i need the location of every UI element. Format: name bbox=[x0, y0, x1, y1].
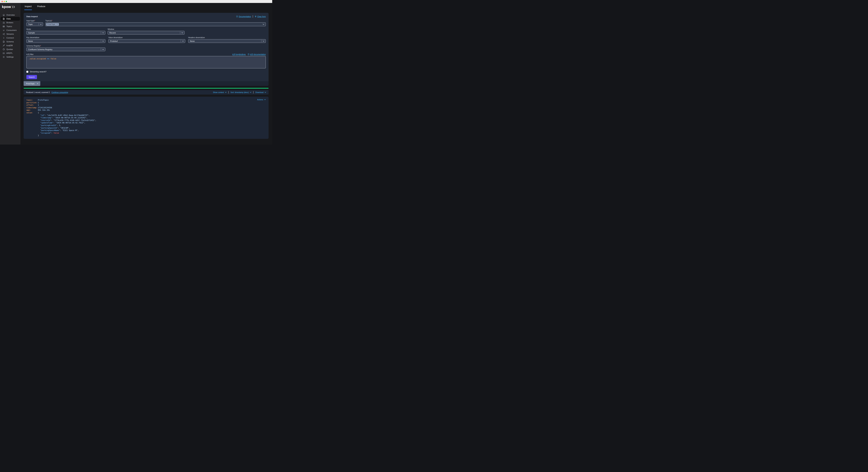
chevrons-down-icon bbox=[3, 29, 5, 31]
sidebar-item-data[interactable]: Data bbox=[1, 17, 20, 21]
document-icon bbox=[236, 15, 238, 18]
sidebar-item-brokers[interactable]: Brokers bbox=[1, 21, 20, 25]
streaming-search-label: Streaming search? bbox=[30, 71, 46, 73]
sidebar-item-krepl[interactable]: kREPL bbox=[1, 51, 20, 55]
continue-consuming-link[interactable]: Continue consuming bbox=[52, 91, 68, 93]
sidebar-nav: Overview Data Brokers Topics Consumers S… bbox=[0, 13, 21, 59]
search-progress-bar bbox=[24, 88, 269, 89]
kjq-filter-editor[interactable]: .value.occupied == false bbox=[26, 56, 266, 68]
sidebar-item-streams[interactable]: Streams bbox=[1, 32, 20, 36]
remove-chip-icon[interactable]: ✕ bbox=[37, 83, 38, 85]
chevron-down-icon bbox=[262, 41, 265, 42]
zoom-window-icon[interactable] bbox=[6, 1, 7, 2]
kpow-logo: kpow bbox=[0, 5, 21, 9]
value-deserializer-select[interactable]: Protobuf bbox=[108, 39, 185, 43]
kjq-filter-label: kJQ filter bbox=[26, 53, 33, 55]
topic-tag: ProtoTopic✕ bbox=[46, 23, 59, 26]
hard-drive-icon bbox=[3, 22, 5, 24]
kjq-code-line: .value.occupied == false bbox=[29, 58, 264, 60]
window-label: Window bbox=[107, 28, 185, 30]
gear-icon bbox=[3, 56, 5, 58]
record-card: Actions topic:ProtoTopicpartition:1offse… bbox=[24, 97, 269, 139]
sidebar-item-ksqldb[interactable]: ksqlDB bbox=[1, 43, 20, 48]
kjq-keybindings-link[interactable]: kJQ keybindings bbox=[232, 53, 246, 55]
sidebar-item-label: Data bbox=[6, 18, 10, 20]
mode-select[interactable]: Sample bbox=[26, 31, 105, 34]
file-text-icon bbox=[3, 41, 5, 43]
search-button[interactable]: Search bbox=[26, 75, 37, 79]
main-content: Inspect Produce Data inspect Documentati… bbox=[21, 3, 272, 145]
share-network-icon bbox=[3, 33, 5, 35]
tab-bar: Inspect Produce bbox=[24, 5, 272, 10]
sidebar-item-topics[interactable]: Topics bbox=[1, 25, 20, 28]
headers-deserializer-label: Headers deserializer bbox=[188, 36, 266, 38]
sidebar-item-label: Quotas bbox=[6, 48, 13, 50]
sidebar-item-connect[interactable]: Connect bbox=[1, 36, 20, 40]
remove-topic-icon[interactable]: ✕ bbox=[56, 24, 58, 25]
chevron-down-icon bbox=[40, 24, 42, 25]
chevron-down-icon bbox=[182, 41, 184, 42]
sidebar-item-label: Schema bbox=[6, 41, 14, 43]
kpow-logo-text: kpow bbox=[2, 5, 11, 9]
sidebar-item-label: Settings bbox=[6, 56, 14, 58]
document-icon bbox=[248, 53, 249, 55]
data-inspect-form: Data inspect Documentation Clear form bbox=[24, 13, 269, 81]
input-type-select[interactable]: Topic bbox=[26, 22, 43, 26]
sidebar-item-overview[interactable]: Overview bbox=[1, 13, 20, 17]
record-code: topic:ProtoTopicpartition:1offset:1times… bbox=[26, 99, 266, 137]
chevron-down-icon bbox=[262, 24, 265, 25]
close-window-icon[interactable] bbox=[2, 1, 3, 2]
results-status-bar: Realized 1 record, scanned 2. Continue c… bbox=[24, 90, 269, 95]
clear-form-link[interactable]: Clear form bbox=[255, 15, 266, 18]
sidebar-item-label: Brokers bbox=[6, 22, 13, 24]
sidebar-item-consumers[interactable]: Consumers bbox=[1, 28, 20, 32]
chevron-down-icon bbox=[102, 41, 104, 42]
sidebar-item-quotas[interactable]: Quotas bbox=[1, 48, 20, 51]
terminal-icon bbox=[3, 52, 5, 54]
show-context-dropdown[interactable]: Show context bbox=[213, 91, 226, 93]
chevron-down-icon bbox=[265, 92, 266, 93]
rocket-icon bbox=[3, 44, 5, 47]
schema-registry-select[interactable]: Confluent Schema Registry bbox=[26, 48, 105, 51]
sidebar: kpow Overview Data Brokers Topics C bbox=[0, 3, 21, 145]
sidebar-item-label: kREPL bbox=[6, 52, 13, 54]
chevron-down-icon bbox=[264, 99, 266, 100]
key-deserializer-select[interactable]: None bbox=[26, 39, 105, 43]
trash-icon bbox=[255, 15, 256, 18]
file-search-icon bbox=[3, 18, 5, 20]
kjq-documentation-link[interactable]: kJQ documentation bbox=[248, 53, 266, 55]
chevrons-up-down-icon bbox=[3, 37, 5, 39]
topics-label: Topic(s)* bbox=[45, 20, 266, 22]
chevron-down-icon bbox=[102, 49, 104, 50]
header-links-divider bbox=[253, 15, 253, 18]
download-dropdown[interactable]: Download bbox=[255, 91, 266, 93]
minimize-window-icon[interactable] bbox=[4, 1, 5, 2]
selected-topics-row: ProtoTopic ✕ bbox=[24, 81, 269, 86]
status-divider bbox=[228, 91, 229, 94]
window-select[interactable]: Recent bbox=[107, 31, 185, 34]
sidebar-item-label: Overview bbox=[6, 14, 15, 16]
sidebar-item-settings[interactable]: Settings bbox=[1, 55, 20, 59]
sidebar-item-label: Topics bbox=[6, 25, 12, 27]
value-deserializer-label: Value deserializer bbox=[108, 36, 185, 38]
chevron-down-icon bbox=[225, 92, 226, 93]
topics-multiselect[interactable]: ProtoTopic✕ bbox=[45, 22, 266, 26]
window-titlebar bbox=[0, 0, 272, 3]
home-icon bbox=[3, 14, 5, 16]
headers-deserializer-select[interactable]: None bbox=[188, 39, 266, 43]
record-actions-dropdown[interactable]: Actions bbox=[257, 99, 266, 101]
streaming-search-checkbox[interactable] bbox=[26, 71, 28, 73]
documentation-link[interactable]: Documentation bbox=[236, 15, 251, 18]
sidebar-item-label: ksqlDB bbox=[6, 44, 13, 46]
tab-produce[interactable]: Produce bbox=[37, 5, 45, 10]
chevron-down-icon bbox=[250, 92, 251, 93]
sidebar-item-schema[interactable]: Schema bbox=[1, 40, 20, 43]
input-type-label: Input type* bbox=[26, 20, 43, 22]
selected-topic-chip[interactable]: ProtoTopic ✕ bbox=[24, 81, 40, 86]
chevron-down-icon bbox=[181, 32, 183, 33]
traffic-lights bbox=[2, 1, 7, 2]
tab-inspect[interactable]: Inspect bbox=[24, 5, 32, 10]
schema-registry-label: Schema Registry* bbox=[26, 45, 105, 47]
kpow-logo-chevrons-icon bbox=[12, 5, 16, 8]
sort-dropdown[interactable]: Sort: timestamp (desc) bbox=[230, 91, 252, 93]
